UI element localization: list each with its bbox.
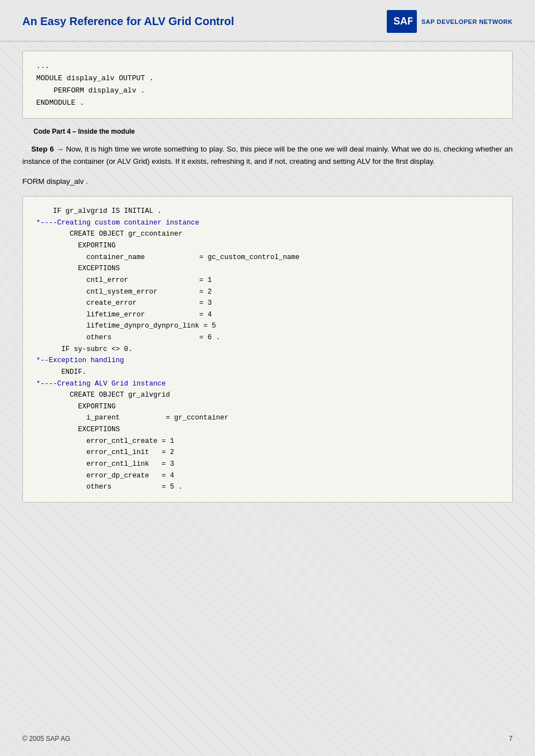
code-line: EXCEPTIONS [36,263,499,275]
sap-logo-letters: SAP [391,19,412,30]
code-comment: *----Creating ALV Grid instance [36,378,499,390]
code-line: ... [36,60,499,72]
code-line: cntl_system_error = 2 [36,286,499,298]
step6-text: Step 6 → Now, it is high time we wrote s… [22,143,513,167]
code-line: IF sy-subrc <> 0. [36,344,499,355]
code-line: lifetime_error = 4 [36,309,499,321]
code-line: create_error = 3 [36,297,499,309]
code-line: EXCEPTIONS [36,424,499,436]
code-label-1: Code Part 4 – Inside the module [33,128,513,135]
code-line: CREATE OBJECT gr_ccontainer [36,228,499,240]
page-title: An Easy Reference for ALV Grid Control [22,15,234,28]
code-comment: *--Exception handling [36,355,499,367]
code-line: ENDMODULE . [36,97,499,109]
form-line: FORM display_alv . [22,175,513,188]
code-box-1: ... MODULE display_alv OUTPUT . PERFORM … [22,51,513,119]
step-label: Step 6 → [31,145,64,153]
code-comment: *----Creating custom container instance [36,217,499,229]
page: An Easy Reference for ALV Grid Control S… [0,0,535,756]
code-line: EXPORTING [36,401,499,413]
svg-text:SAP: SAP [393,16,412,27]
code-line: IF gr_alvgrid IS INITIAL . [36,206,499,217]
code-box-2: IF gr_alvgrid IS INITIAL . *----Creating… [22,196,513,503]
code-line: MODULE display_alv OUTPUT . [36,72,499,85]
code-line: i_parent = gr_ccontainer [36,412,499,424]
code-line: others = 6 . [36,332,499,344]
sap-logo-box: SAP [387,10,417,33]
code-line: ENDIF. [36,367,499,378]
header: An Easy Reference for ALV Grid Control S… [0,0,535,42]
code-line: error_cntl_init = 2 [36,447,499,459]
main-content: ... MODULE display_alv OUTPUT . PERFORM … [0,51,535,534]
code-line: container_name = gc_custom_control_name [36,252,499,264]
page-number: 7 [509,735,513,743]
code-line: EXPORTING [36,240,499,252]
code-line: PERFORM display_alv . [36,85,499,97]
sap-network-label: SAP DEVELOPER NETWORK [421,18,513,25]
code-line: error_dp_create = 4 [36,470,499,482]
code-line: others = 5 . [36,481,499,493]
code-line: CREATE OBJECT gr_alvgrid [36,389,499,401]
sap-logo: SAP SAP DEVELOPER NETWORK [387,10,513,33]
copyright: © 2005 SAP AG [22,735,70,743]
footer: © 2005 SAP AG 7 [22,735,513,743]
sap-icon: SAP [391,12,412,28]
code-line: lifetime_dynpro_dynpro_link = 5 [36,320,499,332]
code-line: cntl_error = 1 [36,275,499,286]
code-line: error_cntl_link = 3 [36,459,499,470]
code-line: error_cntl_create = 1 [36,436,499,447]
